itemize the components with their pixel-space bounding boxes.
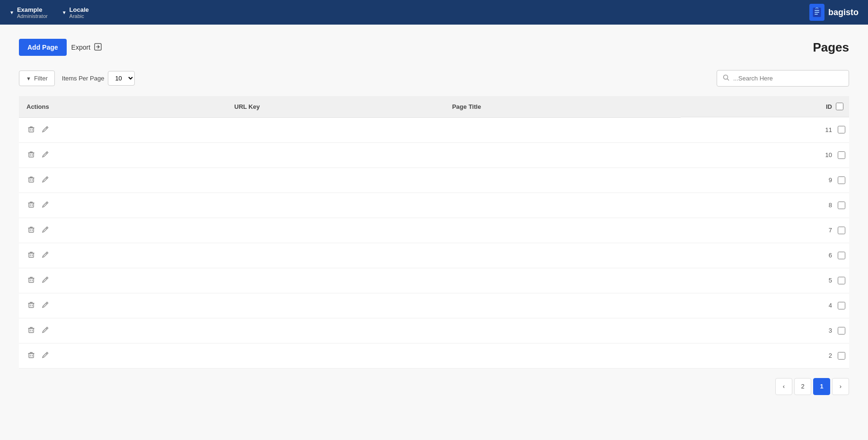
table-row: 11 [19, 117, 849, 142]
search-input[interactable] [733, 75, 843, 82]
filter-label: Filter [34, 75, 48, 82]
locale-dropdown[interactable]: ▼ Locale Arabic [62, 6, 89, 19]
edit-button[interactable] [41, 150, 50, 161]
cell-actions [19, 343, 227, 368]
cell-url-key [227, 243, 444, 268]
row-checkbox[interactable] [838, 202, 845, 209]
edit-button[interactable] [41, 300, 50, 311]
brand[interactable]: bagisto [809, 4, 859, 21]
delete-button[interactable] [26, 200, 36, 211]
col-header-actions: Actions [19, 96, 227, 117]
row-checkbox[interactable] [838, 352, 845, 360]
toolbar-row: Add Page Export Pages [19, 39, 849, 56]
svg-rect-47 [29, 328, 34, 333]
cell-id: 6 [681, 243, 849, 268]
svg-rect-32 [29, 253, 34, 257]
row-id: 2 [829, 352, 832, 359]
cell-page-title [445, 193, 681, 218]
top-bar-left: ▼ Example Administrator ▼ Locale Arabic [9, 6, 89, 19]
user-dropdown[interactable]: ▼ Example Administrator [9, 6, 48, 19]
row-checkbox[interactable] [838, 252, 845, 259]
delete-button[interactable] [26, 225, 36, 236]
row-id: 9 [829, 176, 832, 184]
select-all-checkbox[interactable] [836, 103, 843, 110]
row-checkbox[interactable] [838, 227, 845, 234]
row-checkbox[interactable] [838, 302, 845, 309]
svg-rect-17 [29, 178, 34, 182]
top-bar: ▼ Example Administrator ▼ Locale Arabic [0, 0, 868, 25]
svg-rect-27 [29, 228, 34, 232]
cell-id: 7 [681, 218, 849, 243]
delete-button[interactable] [26, 350, 36, 361]
row-id: 11 [825, 126, 832, 133]
edit-button[interactable] [41, 175, 50, 186]
filter-button[interactable]: ▼ Filter [19, 70, 55, 86]
filter-row: ▼ Filter Items Per Page 10 25 50 [19, 70, 849, 87]
cell-actions [19, 243, 227, 268]
user-label: Example [17, 6, 48, 13]
cell-id: 2 [681, 343, 849, 368]
cell-actions [19, 318, 227, 343]
brand-icon [809, 4, 824, 21]
svg-line-26 [46, 202, 47, 203]
export-button[interactable]: Export [71, 42, 103, 53]
edit-button[interactable] [41, 250, 50, 261]
delete-button[interactable] [26, 150, 36, 161]
table-row: 9 [19, 167, 849, 193]
delete-button[interactable] [26, 325, 36, 336]
delete-button[interactable] [26, 124, 36, 136]
col-header-id: ID [681, 96, 849, 117]
cell-actions [19, 268, 227, 293]
brand-name: bagisto [828, 8, 859, 18]
delete-button[interactable] [26, 175, 36, 186]
edit-button[interactable] [41, 350, 50, 361]
row-checkbox[interactable] [838, 277, 845, 284]
svg-rect-2 [815, 12, 819, 13]
items-per-page-label: Items Per Page [62, 75, 105, 82]
delete-button[interactable] [26, 300, 36, 311]
row-id: 8 [829, 202, 832, 209]
cell-id: 10 [681, 142, 849, 167]
delete-button[interactable] [26, 250, 36, 261]
action-icons [26, 124, 219, 136]
edit-button[interactable] [41, 200, 50, 211]
export-label: Export [71, 44, 90, 51]
table-body: 11 10 9 [19, 117, 849, 368]
table-row: 10 [19, 142, 849, 167]
svg-line-16 [46, 152, 47, 153]
cell-id: 9 [681, 167, 849, 193]
cell-page-title [445, 142, 681, 167]
cell-page-title [445, 268, 681, 293]
pagination-page-2[interactable]: 2 [794, 378, 811, 395]
pagination-next[interactable]: › [832, 378, 849, 395]
row-id: 6 [829, 252, 832, 259]
edit-button[interactable] [41, 275, 50, 286]
pagination-prev[interactable]: ‹ [775, 378, 792, 395]
svg-line-51 [46, 328, 47, 329]
cell-id: 4 [681, 293, 849, 318]
main-content: Add Page Export Pages ▼ Filter Items Per… [0, 25, 868, 419]
svg-line-31 [46, 228, 47, 229]
edit-button[interactable] [41, 325, 50, 336]
page-title: Pages [813, 40, 849, 55]
cell-page-title [445, 293, 681, 318]
row-checkbox[interactable] [838, 176, 845, 184]
items-per-page-select[interactable]: 10 25 50 [108, 71, 135, 86]
delete-button[interactable] [26, 275, 36, 286]
row-checkbox[interactable] [838, 327, 845, 334]
svg-point-5 [724, 75, 728, 79]
id-label: ID [826, 103, 832, 110]
edit-button[interactable] [41, 225, 50, 236]
svg-rect-3 [815, 14, 818, 15]
cell-page-title [445, 318, 681, 343]
cell-id: 3 [681, 318, 849, 343]
svg-line-6 [728, 79, 729, 81]
row-checkbox[interactable] [838, 126, 845, 133]
edit-button[interactable] [41, 124, 50, 136]
pagination-page-1[interactable]: 1 [813, 378, 830, 395]
row-checkbox[interactable] [838, 151, 845, 159]
add-page-button[interactable]: Add Page [19, 39, 67, 56]
table-row: 4 [19, 293, 849, 318]
table-row: 8 [19, 193, 849, 218]
svg-line-21 [46, 177, 47, 178]
